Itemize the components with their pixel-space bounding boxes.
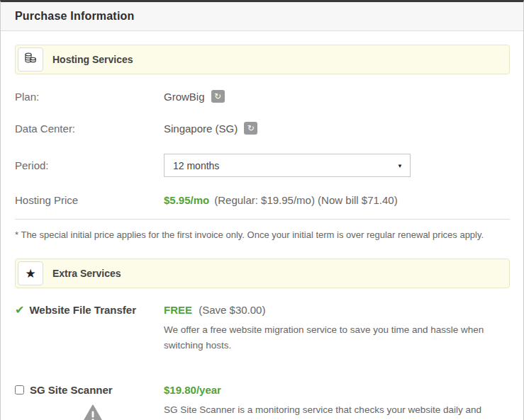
plan-row: Plan: GrowBig ↻ bbox=[15, 90, 510, 103]
service-price-suffix: (Save $30.00) bbox=[199, 304, 265, 316]
period-row: Period: 12 months bbox=[15, 154, 510, 177]
page-title: Purchase Information bbox=[15, 10, 134, 23]
website-file-transfer-row: ✔ Website File Transfer FREE (Save $30.0… bbox=[15, 304, 510, 354]
hosting-services-section-bar: Hosting Services bbox=[15, 45, 510, 74]
section-icon-box: ★ bbox=[18, 261, 43, 285]
purchase-information-panel: Purchase Information Hosting Services bbox=[0, 0, 524, 420]
service-description: We offer a free website migration servic… bbox=[164, 322, 507, 354]
plan-label: Plan: bbox=[15, 91, 164, 103]
hosting-services-title: Hosting Services bbox=[52, 54, 133, 65]
extra-services-title: Extra Services bbox=[52, 268, 121, 279]
panel-header: Purchase Information bbox=[1, 2, 523, 31]
period-label: Period: bbox=[15, 159, 164, 171]
service-price: $19.80/year bbox=[164, 384, 221, 396]
pricing-footnote: * The special initial price applies for … bbox=[15, 229, 510, 240]
extra-services-section-bar: ★ Extra Services bbox=[15, 259, 510, 288]
hosting-price-value: $5.95/mo bbox=[164, 194, 209, 206]
hosting-price-row: Hosting Price $5.95/mo (Regular: $19.95/… bbox=[15, 194, 510, 206]
sg-site-scanner-checkbox[interactable] bbox=[15, 385, 24, 395]
warning-triangle-icon bbox=[82, 404, 104, 420]
change-datacenter-refresh-icon[interactable]: ↻ bbox=[244, 122, 257, 135]
coins-stack-icon bbox=[23, 51, 38, 68]
datacenter-value: Singapore (SG) bbox=[164, 123, 238, 135]
service-name: Website File Transfer bbox=[29, 304, 136, 316]
star-icon: ★ bbox=[25, 268, 35, 280]
sg-site-scanner-row: SG Site Scanner $19.80/year SG Sit bbox=[15, 384, 510, 420]
service-description: SG Site Scanner is a monitoring service … bbox=[164, 402, 507, 420]
divider bbox=[15, 219, 510, 220]
section-icon-box bbox=[18, 47, 43, 72]
period-select-wrap: 12 months bbox=[164, 154, 411, 177]
hosting-price-label: Hosting Price bbox=[15, 194, 164, 206]
checkmark-icon: ✔ bbox=[15, 305, 24, 316]
datacenter-row: Data Center: Singapore (SG) ↻ bbox=[15, 122, 510, 135]
panel-body: Hosting Services Plan: GrowBig ↻ Data Ce… bbox=[1, 31, 523, 420]
plan-value: GrowBig bbox=[164, 91, 205, 103]
service-name: SG Site Scanner bbox=[30, 384, 113, 396]
period-select[interactable]: 12 months bbox=[164, 154, 411, 177]
hosting-price-extra: (Regular: $19.95/mo) (Now bill $71.40) bbox=[214, 194, 397, 206]
service-price: FREE bbox=[164, 304, 192, 316]
change-plan-refresh-icon[interactable]: ↻ bbox=[211, 90, 225, 103]
datacenter-label: Data Center: bbox=[15, 123, 164, 135]
